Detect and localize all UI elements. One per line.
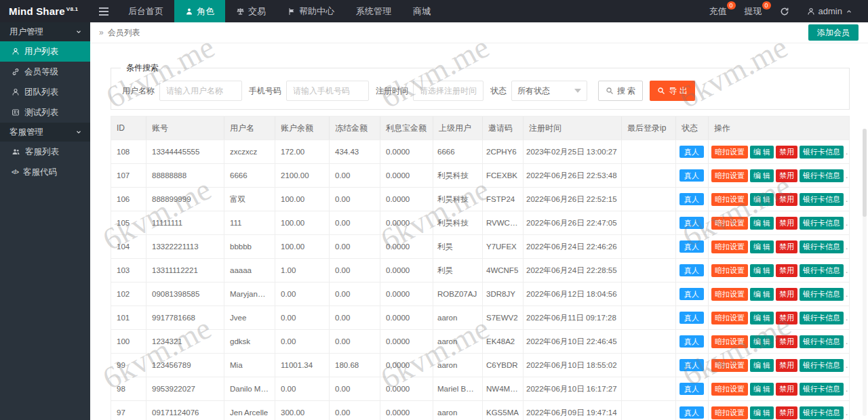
page-title: 会员列表 [108, 27, 140, 39]
menu-item-system[interactable]: 系统管理 [345, 0, 402, 22]
more-actions[interactable]: ... [846, 314, 849, 321]
disable-button[interactable]: 禁用 [776, 146, 797, 159]
dark-deduct-settings-button[interactable]: 暗扣设置 [711, 240, 748, 253]
more-actions[interactable]: ... [846, 409, 849, 416]
bank-card-info-button[interactable]: 银行卡信息 [800, 383, 844, 396]
sidebar-item-member-levels[interactable]: 会员等级 [0, 62, 90, 82]
dark-deduct-settings-button[interactable]: 暗扣设置 [711, 169, 748, 182]
edit-button[interactable]: 编 辑 [750, 383, 774, 396]
add-member-button[interactable]: 添加会员 [808, 24, 859, 41]
bank-card-info-button[interactable]: 银行卡信息 [800, 217, 844, 230]
edit-button[interactable]: 编 辑 [750, 312, 774, 324]
sidebar-section-user-management[interactable]: 用户管理 [0, 22, 90, 41]
table-row: 98 9953922027 Danilo Mendo... 0.00 0.00 … [111, 377, 849, 400]
regtime-input[interactable] [413, 81, 484, 101]
disable-button[interactable]: 禁用 [776, 288, 797, 301]
dark-deduct-settings-button[interactable]: 暗扣设置 [711, 146, 748, 159]
menu-item-trade[interactable]: 交易 [225, 0, 277, 22]
more-actions[interactable]: ... [846, 243, 849, 250]
search-button[interactable]: 搜 索 [598, 81, 643, 101]
cell-username: bbbbb [224, 235, 275, 258]
more-actions[interactable]: ... [846, 385, 849, 392]
menu-item-roles[interactable]: 角色 [174, 0, 225, 22]
menu-item-help-center[interactable]: 帮助中心 [277, 0, 345, 22]
dark-deduct-settings-button[interactable]: 暗扣设置 [711, 264, 748, 277]
admin-dropdown[interactable]: admin [798, 0, 861, 22]
edit-button[interactable]: 编 辑 [750, 359, 774, 372]
sidebar-item-team-list[interactable]: 团队列表 [0, 82, 90, 102]
dark-deduct-settings-button[interactable]: 暗扣设置 [711, 288, 748, 301]
edit-button[interactable]: 编 辑 [750, 240, 774, 253]
sidebar-section-service-management[interactable]: 客服管理 [0, 123, 90, 142]
more-actions[interactable]: ... [846, 338, 849, 345]
menu-item-mall[interactable]: 商城 [402, 0, 441, 22]
sidebar-item-user-list[interactable]: 用户列表 [0, 41, 90, 62]
cell-actions: 暗扣设置 编 辑 禁用 银行卡信息 ... [709, 282, 849, 306]
disable-button[interactable]: 禁用 [776, 240, 797, 253]
scrollbar-thumb[interactable] [863, 129, 867, 217]
edit-button[interactable]: 编 辑 [750, 169, 774, 182]
bank-card-info-button[interactable]: 银行卡信息 [800, 146, 844, 159]
more-actions[interactable]: ... [846, 172, 849, 179]
bank-card-info-button[interactable]: 银行卡信息 [800, 288, 844, 301]
disable-button[interactable]: 禁用 [776, 383, 797, 396]
disable-button[interactable]: 禁用 [776, 217, 797, 230]
more-actions[interactable]: ... [846, 291, 849, 297]
status-select[interactable]: 所有状态 [511, 81, 587, 101]
export-button[interactable]: 导 出 [650, 81, 694, 101]
more-actions[interactable]: ... [846, 267, 849, 274]
disable-button[interactable]: 禁用 [776, 169, 797, 182]
bank-card-info-button[interactable]: 银行卡信息 [800, 264, 844, 277]
refresh-button[interactable] [771, 0, 798, 22]
edit-button[interactable]: 编 辑 [750, 288, 774, 301]
username-input[interactable] [159, 81, 242, 101]
bank-card-info-button[interactable]: 银行卡信息 [800, 193, 844, 206]
more-actions[interactable]: ... [846, 196, 849, 203]
content-area: 条件搜索 用户名称 手机号码 注册时间 状态 所有状态 [90, 62, 868, 420]
menu-item-dashboard[interactable]: 后台首页 [117, 0, 174, 22]
bank-card-info-button[interactable]: 银行卡信息 [800, 240, 844, 253]
disable-button[interactable]: 禁用 [776, 406, 797, 419]
phone-input[interactable] [286, 81, 369, 101]
bank-card-info-button[interactable]: 银行卡信息 [800, 406, 844, 419]
more-actions[interactable]: ... [846, 362, 849, 369]
disable-button[interactable]: 禁用 [776, 335, 797, 348]
more-actions[interactable]: ... [846, 219, 849, 226]
edit-button[interactable]: 编 辑 [750, 264, 774, 277]
dark-deduct-settings-button[interactable]: 暗扣设置 [711, 406, 748, 419]
edit-button[interactable]: 编 辑 [750, 146, 774, 159]
cell-actions: 暗扣设置 编 辑 禁用 银行卡信息 ... [709, 401, 849, 420]
dark-deduct-settings-button[interactable]: 暗扣设置 [711, 359, 748, 372]
bank-card-info-button[interactable]: 银行卡信息 [800, 312, 844, 324]
disable-button[interactable]: 禁用 [776, 193, 797, 206]
more-actions[interactable]: ... [846, 148, 849, 155]
sidebar-item-service-code[interactable]: </> 客服代码 [0, 162, 90, 182]
withdraw-link[interactable]: 提现 0 [736, 0, 771, 22]
edit-button[interactable]: 编 辑 [750, 335, 774, 348]
dark-deduct-settings-button[interactable]: 暗扣设置 [711, 335, 748, 348]
cell-account: 123456789 [146, 354, 224, 377]
edit-button[interactable]: 编 辑 [750, 193, 774, 206]
table-row: 100 1234321 gdksk 0.00 0.00 0.0000 aaron… [111, 329, 849, 353]
hamburger-icon[interactable] [90, 0, 117, 22]
cell-reg-time: 2022年06月11日 09:17:28 [524, 306, 622, 329]
bank-card-info-button[interactable]: 银行卡信息 [800, 359, 844, 372]
edit-button[interactable]: 编 辑 [750, 406, 774, 419]
cell-balance: 1.00 [275, 259, 330, 282]
disable-button[interactable]: 禁用 [776, 359, 797, 372]
cell-parent-user: aaron [433, 330, 483, 353]
cell-last-ip [622, 354, 676, 377]
sidebar-item-service-list[interactable]: 客服列表 [0, 142, 90, 162]
bank-card-info-button[interactable]: 银行卡信息 [800, 335, 844, 348]
vertical-scrollbar[interactable] [863, 129, 867, 416]
disable-button[interactable]: 禁用 [776, 312, 797, 324]
edit-button[interactable]: 编 辑 [750, 217, 774, 230]
bank-card-info-button[interactable]: 银行卡信息 [800, 169, 844, 182]
dark-deduct-settings-button[interactable]: 暗扣设置 [711, 193, 748, 206]
disable-button[interactable]: 禁用 [776, 264, 797, 277]
dark-deduct-settings-button[interactable]: 暗扣设置 [711, 312, 748, 324]
dark-deduct-settings-button[interactable]: 暗扣设置 [711, 217, 748, 230]
dark-deduct-settings-button[interactable]: 暗扣设置 [711, 383, 748, 396]
recharge-link[interactable]: 充值 0 [701, 0, 736, 22]
sidebar-item-test-list[interactable]: 测试列表 [0, 102, 90, 123]
